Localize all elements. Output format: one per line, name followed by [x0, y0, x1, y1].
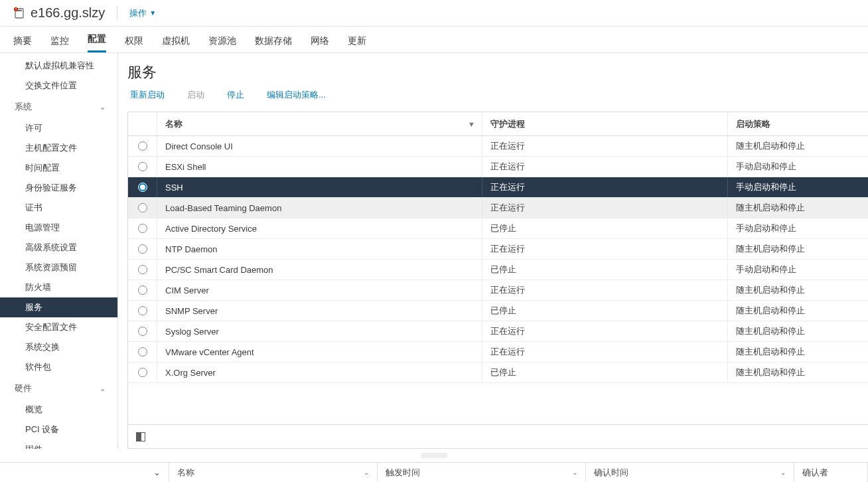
cell-name: Direct Console UI: [157, 136, 482, 156]
start-button[interactable]: 启动: [187, 89, 204, 101]
tab-0[interactable]: 摘要: [13, 29, 32, 52]
table-row[interactable]: Load-Based Teaming Daemon正在运行随主机启动和停止: [128, 198, 868, 218]
cell-daemon: 正在运行: [482, 280, 728, 300]
sidebar-item[interactable]: 证书: [0, 198, 117, 218]
sidebar-group-header[interactable]: 系统⌄: [0, 96, 117, 118]
horizontal-splitter[interactable]: [0, 449, 868, 462]
chevron-down-icon: ⌄: [100, 384, 106, 393]
radio-icon[interactable]: [138, 285, 147, 295]
tab-2[interactable]: 配置: [88, 27, 106, 52]
sidebar-item[interactable]: 防火墙: [0, 278, 117, 297]
page-header: ! e166.gg.slzy 操作 ▼: [0, 0, 868, 27]
row-radio-cell[interactable]: [128, 177, 157, 197]
table-row[interactable]: CIM Server正在运行随主机启动和停止: [128, 280, 868, 301]
sidebar-item[interactable]: 软件包: [0, 357, 117, 377]
main-content: 服务 重新启动 启动 停止 编辑启动策略... 名称 ▼ 守护进程: [118, 53, 868, 449]
sidebar-item[interactable]: 系统资源预留: [0, 258, 117, 278]
sidebar-item[interactable]: 安全配置文件: [0, 317, 117, 337]
tab-1[interactable]: 监控: [50, 29, 69, 52]
sidebar-item[interactable]: 时间配置: [0, 158, 117, 178]
sidebar-item[interactable]: 交换文件位置: [0, 76, 117, 96]
column-name-label: 名称: [165, 118, 182, 130]
sidebar-item[interactable]: 主机配置文件: [0, 138, 117, 158]
radio-icon[interactable]: [138, 327, 147, 336]
sidebar-group-header[interactable]: 硬件⌄: [0, 377, 117, 400]
cell-policy: 随主机启动和停止: [728, 198, 868, 218]
row-radio-cell[interactable]: [128, 342, 157, 362]
cell-daemon: 已停止: [482, 301, 728, 321]
table-row[interactable]: PC/SC Smart Card Daemon已停止手动启动和停止: [128, 260, 868, 280]
table-row[interactable]: NTP Daemon正在运行随主机启动和停止: [128, 239, 868, 260]
bottom-field-trigger[interactable]: 触发时间 ⌄: [378, 463, 586, 482]
sidebar-item[interactable]: 电源管理: [0, 218, 117, 238]
sidebar-item[interactable]: 概览: [0, 400, 117, 420]
column-name[interactable]: 名称 ▼: [157, 112, 482, 135]
radio-icon[interactable]: [138, 183, 147, 192]
chevron-down-icon[interactable]: ⌄: [153, 467, 161, 477]
row-radio-cell[interactable]: [128, 157, 157, 177]
sidebar-item[interactable]: 身份验证服务: [0, 178, 117, 198]
row-radio-cell[interactable]: [128, 280, 157, 300]
table-row[interactable]: Direct Console UI正在运行随主机启动和停止: [128, 136, 868, 157]
cell-daemon: 已停止: [482, 260, 728, 280]
table-row[interactable]: SSH正在运行手动启动和停止: [128, 177, 868, 198]
radio-icon[interactable]: [138, 347, 147, 357]
radio-icon[interactable]: [138, 244, 147, 254]
column-policy[interactable]: 启动策略: [728, 112, 868, 135]
tab-4[interactable]: 虚拟机: [162, 29, 190, 52]
bottom-field-name[interactable]: 名称 ⌄: [169, 463, 378, 482]
table-row[interactable]: ESXi Shell正在运行手动启动和停止: [128, 157, 868, 177]
table-header: 名称 ▼ 守护进程 启动策略: [128, 112, 868, 136]
table-body: Direct Console UI正在运行随主机启动和停止ESXi Shell正…: [128, 136, 868, 424]
services-toolbar: 重新启动 启动 停止 编辑启动策略...: [127, 89, 868, 112]
column-daemon[interactable]: 守护进程: [482, 112, 728, 135]
row-radio-cell[interactable]: [128, 218, 157, 238]
row-radio-cell[interactable]: [128, 136, 157, 156]
row-radio-cell[interactable]: [128, 362, 157, 382]
radio-icon[interactable]: [138, 306, 147, 315]
table-row[interactable]: SNMP Server已停止随主机启动和停止: [128, 301, 868, 321]
table-row[interactable]: X.Org Server已停止随主机启动和停止: [128, 362, 868, 383]
column-picker-icon[interactable]: [136, 432, 145, 442]
sidebar-item[interactable]: PCI 设备: [0, 420, 117, 440]
bottom-field-ack-time[interactable]: 确认时间 ⌄: [586, 463, 794, 482]
restart-button[interactable]: 重新启动: [130, 89, 165, 101]
stop-button[interactable]: 停止: [227, 89, 244, 101]
table-row[interactable]: Active Directory Service已停止手动启动和停止: [128, 218, 868, 239]
sidebar-item[interactable]: 系统交换: [0, 337, 117, 357]
radio-icon[interactable]: [138, 162, 147, 171]
sidebar[interactable]: 默认虚拟机兼容性交换文件位置系统⌄许可主机配置文件时间配置身份验证服务证书电源管…: [0, 53, 118, 449]
tab-8[interactable]: 更新: [348, 29, 366, 52]
sidebar-item[interactable]: 固件: [0, 440, 117, 449]
host-title: e166.gg.slzy: [31, 5, 105, 21]
radio-icon[interactable]: [138, 265, 147, 274]
chevron-down-icon: ⌄: [572, 469, 577, 476]
tab-7[interactable]: 网络: [311, 29, 329, 52]
sidebar-item[interactable]: 服务: [0, 297, 117, 317]
radio-icon[interactable]: [138, 203, 147, 212]
row-radio-cell[interactable]: [128, 239, 157, 259]
row-radio-cell[interactable]: [128, 198, 157, 218]
cell-name: PC/SC Smart Card Daemon: [157, 260, 482, 280]
bottom-field-ack-by[interactable]: 确认者: [794, 463, 868, 482]
sidebar-item[interactable]: 默认虚拟机兼容性: [0, 56, 117, 76]
table-row[interactable]: Syslog Server正在运行随主机启动和停止: [128, 321, 868, 342]
tab-3[interactable]: 权限: [125, 29, 143, 52]
sidebar-item[interactable]: 高级系统设置: [0, 238, 117, 258]
filter-icon[interactable]: ▼: [468, 120, 475, 128]
table-row[interactable]: VMware vCenter Agent正在运行随主机启动和停止: [128, 342, 868, 362]
row-radio-cell[interactable]: [128, 260, 157, 280]
edit-startup-policy-button[interactable]: 编辑启动策略...: [267, 89, 326, 101]
cell-name: SNMP Server: [157, 301, 482, 321]
radio-icon[interactable]: [138, 141, 147, 151]
radio-icon[interactable]: [138, 368, 147, 377]
sidebar-item[interactable]: 许可: [0, 118, 117, 138]
tab-6[interactable]: 数据存储: [255, 29, 292, 52]
actions-menu[interactable]: 操作 ▼: [129, 7, 156, 19]
radio-icon[interactable]: [138, 224, 147, 233]
cell-policy: 随主机启动和停止: [728, 280, 868, 300]
row-radio-cell[interactable]: [128, 321, 157, 341]
tab-5[interactable]: 资源池: [208, 29, 236, 52]
chevron-down-icon: ⌄: [780, 469, 786, 476]
row-radio-cell[interactable]: [128, 301, 157, 321]
